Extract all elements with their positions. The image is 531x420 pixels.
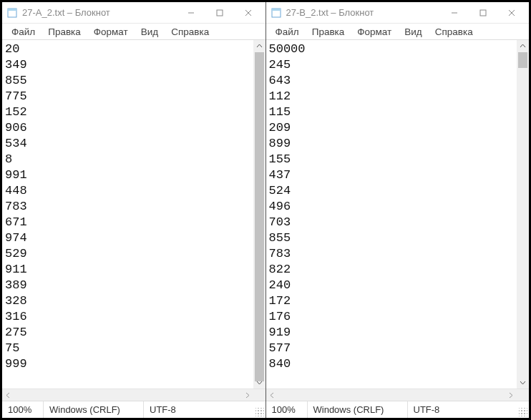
menu-view[interactable]: Вид [135, 26, 165, 38]
editor-area: 20 349 855 775 152 906 534 8 991 448 783… [2, 39, 266, 389]
editor-area: 50000 245 643 112 115 209 899 155 437 52… [266, 39, 530, 389]
desktop: 27-A_2.txt – Блокнот Файл Правка Формат … [0, 0, 531, 420]
close-button[interactable] [234, 3, 263, 23]
status-zoom: 100% [2, 401, 44, 418]
svg-rect-3 [217, 10, 223, 16]
maximize-button[interactable] [205, 3, 234, 23]
svg-rect-7 [272, 9, 281, 11]
notepad-icon [6, 7, 18, 19]
minimize-button[interactable] [177, 3, 205, 23]
scroll-right-icon[interactable] [241, 389, 253, 401]
scroll-track[interactable] [517, 52, 529, 376]
titlebar[interactable]: 27-A_2.txt – Блокнот [2, 2, 266, 24]
menu-help[interactable]: Справка [429, 26, 479, 38]
scroll-corner [253, 389, 266, 401]
horizontal-scrollbar[interactable] [2, 389, 266, 401]
window-title: 27-B_2.txt – Блокнот [286, 7, 374, 18]
svg-rect-1 [8, 9, 16, 11]
statusbar: 100% Windows (CRLF) UTF-8 [2, 401, 266, 418]
scroll-up-icon[interactable] [253, 40, 266, 52]
resize-grip[interactable] [517, 401, 529, 418]
text-content[interactable]: 50000 245 643 112 115 209 899 155 437 52… [266, 40, 517, 389]
scroll-track[interactable] [253, 52, 266, 376]
window-title: 27-A_2.txt – Блокнот [22, 7, 110, 18]
menu-file[interactable]: Файл [5, 26, 42, 38]
notepad-icon [271, 7, 282, 19]
status-encoding: UTF-8 [144, 401, 253, 418]
menu-format[interactable]: Формат [351, 26, 398, 38]
notepad-window-b: 27-B_2.txt – Блокнот Файл Правка Формат … [266, 2, 530, 418]
svg-rect-9 [480, 10, 486, 16]
scroll-left-icon[interactable] [266, 389, 278, 401]
horizontal-scrollbar[interactable] [266, 389, 530, 401]
minimize-button[interactable] [440, 3, 469, 23]
scroll-left-icon[interactable] [2, 389, 14, 401]
menu-edit[interactable]: Правка [42, 26, 87, 38]
vertical-scrollbar[interactable] [517, 40, 529, 389]
status-zoom: 100% [266, 401, 308, 418]
menu-help[interactable]: Справка [165, 26, 215, 38]
close-button[interactable] [497, 3, 526, 23]
vertical-scrollbar[interactable] [253, 40, 266, 389]
resize-grip[interactable] [253, 401, 266, 418]
scroll-corner [517, 389, 529, 401]
menu-file[interactable]: Файл [269, 26, 306, 38]
menu-view[interactable]: Вид [398, 26, 428, 38]
scroll-up-icon[interactable] [517, 40, 529, 52]
menubar: Файл Правка Формат Вид Справка [2, 24, 266, 39]
text-content[interactable]: 20 349 855 775 152 906 534 8 991 448 783… [2, 40, 253, 389]
scroll-down-icon[interactable] [517, 376, 529, 389]
notepad-window-a: 27-A_2.txt – Блокнот Файл Правка Формат … [2, 2, 266, 418]
status-eol: Windows (CRLF) [308, 401, 408, 418]
scroll-thumb[interactable] [518, 52, 527, 68]
status-encoding: UTF-8 [408, 401, 517, 418]
menu-format[interactable]: Формат [87, 26, 135, 38]
scroll-right-icon[interactable] [505, 389, 517, 401]
titlebar[interactable]: 27-B_2.txt – Блокнот [266, 2, 530, 24]
menubar: Файл Правка Формат Вид Справка [266, 24, 530, 39]
statusbar: 100% Windows (CRLF) UTF-8 [266, 401, 530, 418]
maximize-button[interactable] [469, 3, 497, 23]
scroll-thumb[interactable] [255, 52, 264, 381]
status-eol: Windows (CRLF) [44, 401, 144, 418]
menu-edit[interactable]: Правка [306, 26, 351, 38]
